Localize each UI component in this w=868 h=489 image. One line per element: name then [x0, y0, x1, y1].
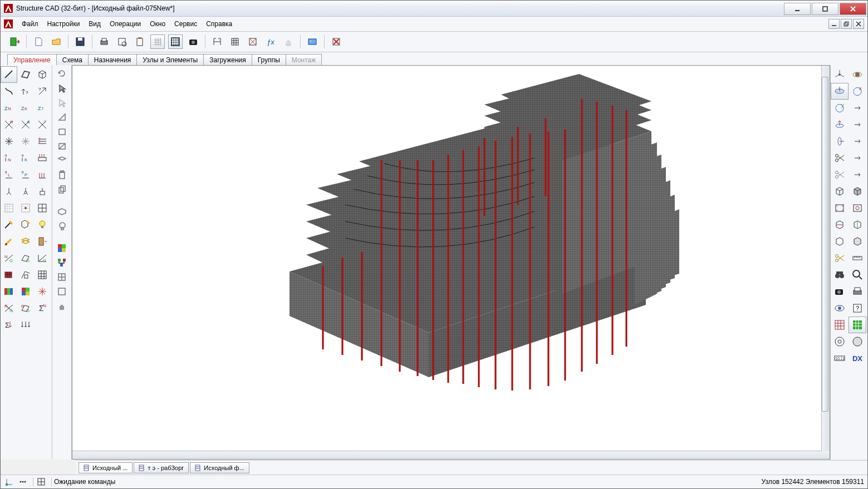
tool-ng2-icon[interactable]: G [17, 250, 34, 266]
r-mystery-icon[interactable]: ? [849, 300, 866, 317]
menu-operations[interactable]: Операции [105, 18, 145, 30]
maximize-button[interactable] [812, 3, 838, 15]
status-dots-icon[interactable] [17, 476, 28, 487]
camera-button[interactable] [186, 34, 200, 49]
tool-plate-2-icon[interactable] [17, 266, 34, 283]
r-1011-icon[interactable]: 10.11 [831, 350, 849, 367]
mdi-minimize-button[interactable] [828, 19, 840, 29]
n-mini-2-icon[interactable] [54, 284, 70, 299]
doc-tab-1[interactable]: т э - рабЗорг [134, 462, 189, 473]
print-preview-button[interactable] [115, 34, 129, 49]
open-file-button[interactable] [49, 34, 63, 49]
r-rotate-y-icon[interactable] [831, 133, 849, 150]
mdi-restore-button[interactable] [841, 19, 852, 29]
tool-table-3-icon[interactable] [34, 200, 51, 216]
r-grid-green-icon[interactable] [849, 317, 866, 333]
tool-line-icon[interactable] [1, 66, 17, 83]
n-tri-icon[interactable] [54, 110, 70, 124]
r-disk-2-icon[interactable] [849, 333, 866, 350]
status-frame-icon[interactable] [36, 476, 47, 487]
tool-zk-icon[interactable]: ZK [17, 100, 34, 116]
tool-table-2-icon[interactable] [17, 200, 34, 216]
n-plate-icon[interactable] [54, 153, 70, 167]
tool-nq3-icon[interactable] [34, 150, 51, 166]
r-box-wireframe-icon[interactable] [831, 183, 849, 200]
n-cursor-2-icon[interactable] [54, 95, 70, 110]
save-button[interactable] [73, 34, 87, 49]
tool-quad-icon[interactable] [17, 66, 34, 83]
tool-arrow-up-icon[interactable]: ? [17, 83, 34, 100]
delete-button[interactable] [329, 34, 344, 49]
mdi-close-button[interactable] [853, 19, 864, 29]
tool-rgb-icon[interactable] [1, 283, 17, 300]
tab-assignments[interactable]: Назначения [88, 54, 138, 66]
doc-tab-0[interactable]: Исходный ... [79, 462, 133, 473]
menu-settings[interactable]: Настройки [43, 18, 85, 30]
r-grid-colored-icon[interactable] [831, 317, 849, 333]
tool-nq2-icon[interactable]: ?K [17, 150, 34, 166]
r-arrow-small-2-icon[interactable] [849, 116, 866, 133]
r-printer-icon[interactable] [849, 283, 866, 300]
r-orbit-icon[interactable] [849, 66, 866, 83]
r-zoom-icon[interactable] [849, 266, 866, 283]
r-arrow-small-4-icon[interactable] [849, 150, 866, 166]
r-axes-3d-icon[interactable] [831, 66, 849, 83]
doc-tab-2[interactable]: Исходный ф... [190, 462, 249, 473]
tool-joint-3-icon[interactable] [34, 183, 51, 200]
r-dx-button[interactable]: DX [849, 350, 866, 367]
r-ruler-icon[interactable] [849, 250, 866, 266]
n-clipboard-icon[interactable] [54, 167, 70, 182]
r-scissors-3-icon[interactable] [831, 250, 849, 266]
tool-bulb-icon[interactable] [34, 216, 51, 233]
exit-button[interactable] [7, 34, 22, 49]
tool-lq3-icon[interactable] [34, 166, 51, 183]
r-binoculars-icon[interactable] [831, 266, 849, 283]
r-box-b-icon[interactable] [849, 216, 866, 233]
tool-lq2-icon[interactable]: ?P [17, 166, 34, 183]
tool-parallel-icon[interactable] [34, 133, 51, 150]
tool-sigma-arrow-icon[interactable]: Σ [1, 317, 17, 333]
tool-explode-icon[interactable] [34, 283, 51, 300]
tab-groups[interactable]: Группы [252, 54, 286, 66]
n-bulb-off-icon[interactable] [54, 219, 70, 233]
tool-star2-icon[interactable] [17, 133, 34, 150]
clipboard-button[interactable] [133, 34, 147, 49]
tool-cross-a-icon[interactable]: A [17, 116, 34, 133]
tool-pencil-line-icon[interactable] [1, 216, 17, 233]
tool-box-icon[interactable] [34, 66, 51, 83]
tab-loads[interactable]: Загружения [203, 54, 252, 66]
r-box-c-icon[interactable] [831, 233, 849, 250]
r-arrow-small-5-icon[interactable] [849, 166, 866, 183]
tool-table-1-icon[interactable] [1, 200, 17, 216]
tool-joint-1-icon[interactable] [1, 183, 17, 200]
tool-zn-icon[interactable]: ZN [1, 100, 17, 116]
tool-ng3-icon[interactable]: G [34, 250, 51, 266]
tool-three-arrows-icon[interactable] [17, 317, 34, 333]
n-cursor-icon[interactable] [54, 81, 70, 95]
tool-star-icon[interactable] [1, 133, 17, 150]
tool-grid-sq-icon[interactable] [34, 266, 51, 283]
vscroll-thumb[interactable] [822, 77, 828, 412]
r-view-y-icon[interactable]: y [831, 100, 849, 116]
close-button[interactable] [840, 3, 866, 15]
minimize-button[interactable] [784, 3, 811, 15]
frame-2-button[interactable] [228, 34, 242, 49]
r-scissors-2-icon[interactable] [831, 166, 849, 183]
tool-layers-icon[interactable] [17, 233, 34, 250]
menu-window[interactable]: Окно [145, 18, 170, 30]
grid-view-1-button[interactable] [150, 34, 165, 49]
tool-cross-q-icon[interactable]: ? [34, 116, 51, 133]
tool-joint-2-icon[interactable] [17, 183, 34, 200]
r-arrow-small-1-icon[interactable] [849, 100, 866, 116]
n-copy-icon[interactable] [54, 182, 70, 196]
menu-file[interactable]: Файл [17, 18, 43, 30]
tool-zt-icon[interactable]: ZT [34, 100, 51, 116]
tool-cross-r-icon[interactable]: R [1, 116, 17, 133]
viewport-3d[interactable] [72, 65, 830, 460]
menu-help[interactable]: Справка [202, 18, 237, 30]
tool-door-icon[interactable] [34, 233, 51, 250]
tool-qg-icon[interactable]: RG [17, 300, 34, 317]
r-eye-icon[interactable] [831, 300, 849, 317]
tool-nq1-icon[interactable]: ?N [1, 150, 17, 166]
tool-palette-2-icon[interactable] [17, 283, 34, 300]
